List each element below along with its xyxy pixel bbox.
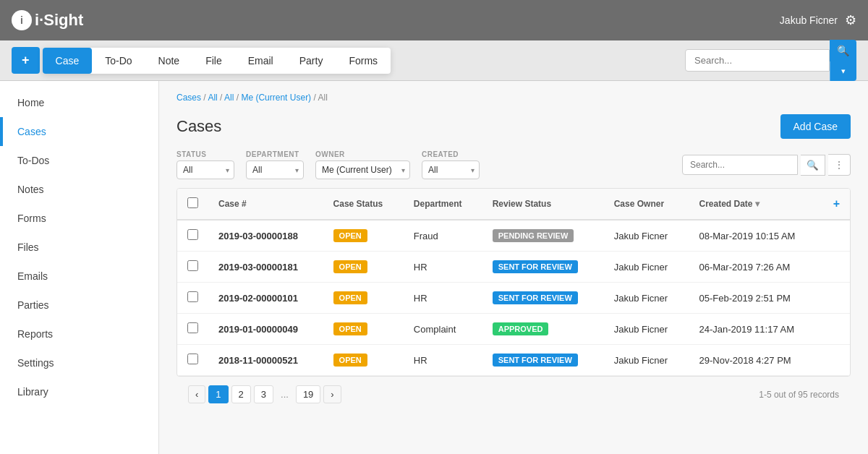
content-area: Cases / All / All / Me (Current User) / … [159, 81, 868, 454]
user-name: Jakub Ficner [780, 14, 838, 26]
breadcrumb-all2[interactable]: All [224, 93, 234, 103]
created-filter-label: CREATED [422, 150, 480, 158]
row-select-checkbox[interactable] [187, 291, 198, 302]
review-status-badge: Sent for Review [493, 291, 578, 304]
row-department: HR [404, 283, 482, 314]
header-search-input[interactable] [685, 49, 830, 72]
row-checkbox[interactable] [177, 220, 208, 252]
created-filter-select[interactable]: All [422, 160, 480, 179]
filters-bar: STATUS All DEPARTMENT All OWNER [176, 150, 851, 179]
row-case-num[interactable]: 2019-01-00000049 [208, 314, 323, 345]
nav-item-case[interactable]: Case [43, 48, 93, 74]
table-header-row: Case # Case Status Department Review Sta… [177, 189, 850, 220]
breadcrumb-current-user[interactable]: Me (Current User) [241, 93, 311, 103]
filter-search-input[interactable] [682, 155, 798, 175]
row-case-num[interactable]: 2019-03-00000188 [208, 220, 323, 252]
row-created-date: 06-Mar-2019 7:26 AM [689, 252, 822, 283]
sidebar-item-settings[interactable]: Settings [0, 348, 158, 377]
page-title: Cases [176, 117, 221, 136]
sidebar-item-files[interactable]: Files [0, 233, 158, 262]
add-case-button[interactable]: Add Case [780, 114, 851, 139]
sidebar-item-home[interactable]: Home [0, 88, 158, 117]
row-action [823, 252, 850, 283]
logo-icon: i [12, 10, 32, 30]
next-page-button[interactable]: › [323, 385, 341, 403]
row-department: HR [404, 252, 482, 283]
table-row[interactable]: 2018-11-00000521 Open HR Sent for Review… [177, 345, 850, 376]
row-select-checkbox[interactable] [187, 260, 198, 271]
filter-search-button[interactable]: 🔍 [801, 155, 825, 176]
row-case-status: Open [323, 345, 404, 376]
row-checkbox[interactable] [177, 283, 208, 314]
filter-department-group: DEPARTMENT All [246, 150, 304, 179]
search-dropdown-button[interactable]: ▾ [830, 61, 856, 81]
content-header: Cases Add Case [176, 114, 851, 139]
filter-status-group: STATUS All [176, 150, 234, 179]
sidebar-item-cases[interactable]: Cases [0, 117, 158, 146]
status-filter-label: STATUS [176, 150, 234, 158]
breadcrumb-all1[interactable]: All [208, 93, 217, 103]
row-created-date: 08-Mar-2019 10:15 AM [689, 220, 822, 252]
row-review-status: Sent for Review [482, 345, 604, 376]
nav-item-party[interactable]: Party [286, 48, 336, 74]
row-checkbox[interactable] [177, 345, 208, 376]
nav-item-note[interactable]: Note [145, 48, 193, 74]
status-filter-select[interactable]: All [176, 160, 234, 179]
prev-page-button[interactable]: ‹ [188, 385, 205, 403]
nav-item-email[interactable]: Email [235, 48, 286, 74]
toolbar-nav: Case To-Do Note File Email Party Forms [43, 48, 391, 74]
department-filter-select[interactable]: All [246, 160, 304, 179]
table-row[interactable]: 2019-02-00000101 Open HR Sent for Review… [177, 283, 850, 314]
sidebar-item-todos[interactable]: To-Dos [0, 146, 158, 175]
case-status-badge: Open [333, 291, 367, 304]
status-filter-wrap: All [176, 160, 234, 179]
th-department: Department [404, 189, 482, 220]
sidebar-item-forms[interactable]: Forms [0, 204, 158, 233]
row-checkbox[interactable] [177, 252, 208, 283]
row-case-status: Open [323, 283, 404, 314]
nav-item-file[interactable]: File [192, 48, 235, 74]
row-case-owner: Jakub Ficner [604, 345, 689, 376]
sidebar-item-notes[interactable]: Notes [0, 175, 158, 204]
row-select-checkbox[interactable] [187, 322, 198, 333]
gear-icon[interactable]: ⚙ [845, 12, 856, 28]
owner-filter-select[interactable]: Me (Current User) [315, 160, 410, 179]
th-review-status: Review Status [482, 189, 604, 220]
created-filter-wrap: All [422, 160, 480, 179]
row-case-owner: Jakub Ficner [604, 252, 689, 283]
th-add-col[interactable]: + [823, 189, 850, 220]
sidebar-item-reports[interactable]: Reports [0, 320, 158, 348]
page-btn-19[interactable]: 19 [296, 385, 320, 403]
row-select-checkbox[interactable] [187, 229, 198, 240]
th-created-date[interactable]: Created Date [689, 189, 822, 220]
row-checkbox[interactable] [177, 314, 208, 345]
case-status-badge: Open [333, 354, 367, 367]
nav-item-forms[interactable]: Forms [336, 48, 391, 74]
sidebar-item-emails[interactable]: Emails [0, 262, 158, 291]
table-row[interactable]: 2019-03-00000181 Open HR Sent for Review… [177, 252, 850, 283]
row-case-num[interactable]: 2019-02-00000101 [208, 283, 323, 314]
select-all-checkbox[interactable] [187, 197, 198, 208]
nav-item-todo[interactable]: To-Do [92, 48, 145, 74]
search-button[interactable]: 🔍 [830, 40, 856, 61]
case-status-badge: Open [333, 229, 367, 242]
sidebar: Home Cases To-Dos Notes Forms Files Emai… [0, 81, 159, 454]
logo-text: i·Sight [35, 11, 83, 30]
filter-owner-group: OWNER Me (Current User) [315, 150, 410, 179]
sidebar-item-parties[interactable]: Parties [0, 291, 158, 320]
table-body: 2019-03-00000188 Open Fraud Pending Revi… [177, 220, 850, 376]
row-select-checkbox[interactable] [187, 354, 198, 364]
filter-more-button[interactable]: ⋮ [828, 154, 851, 176]
owner-filter-wrap: Me (Current User) [315, 160, 410, 179]
row-case-num[interactable]: 2018-11-00000521 [208, 345, 323, 376]
table-row[interactable]: 2019-03-00000188 Open Fraud Pending Revi… [177, 220, 850, 252]
add-button[interactable]: + [12, 47, 40, 74]
breadcrumb-cases[interactable]: Cases [176, 93, 201, 103]
page-btn-3[interactable]: 3 [254, 385, 273, 403]
page-btn-2[interactable]: 2 [231, 385, 251, 403]
row-case-num[interactable]: 2019-03-00000181 [208, 252, 323, 283]
table-row[interactable]: 2019-01-00000049 Open Complaint Approved… [177, 314, 850, 345]
sidebar-item-library[interactable]: Library [0, 377, 158, 406]
page-btn-1[interactable]: 1 [208, 385, 228, 403]
row-review-status: Approved [482, 314, 604, 345]
